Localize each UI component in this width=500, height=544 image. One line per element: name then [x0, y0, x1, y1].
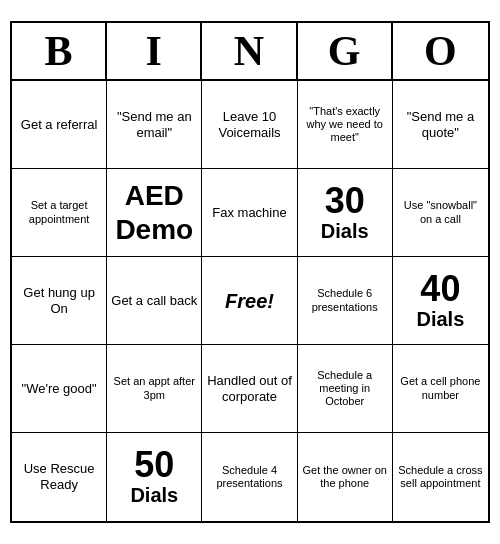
- bingo-cell-13: Schedule 6 presentations: [298, 257, 393, 345]
- bingo-cell-21: 50Dials: [107, 433, 202, 521]
- bingo-cell-2: Leave 10 Voicemails: [202, 81, 297, 169]
- bingo-cell-3: "That's exactly why we need to meet": [298, 81, 393, 169]
- bingo-grid: Get a referral"Send me an email"Leave 10…: [12, 81, 488, 521]
- bingo-cell-11: Get a call back: [107, 257, 202, 345]
- bingo-cell-22: Schedule 4 presentations: [202, 433, 297, 521]
- bingo-cell-5: Set a target appointment: [12, 169, 107, 257]
- bingo-letter-i: I: [107, 23, 202, 79]
- bingo-cell-12: Free!: [202, 257, 297, 345]
- bingo-cell-9: Use "snowball" on a call: [393, 169, 488, 257]
- bingo-letter-n: N: [202, 23, 297, 79]
- bingo-cell-8: 30Dials: [298, 169, 393, 257]
- bingo-cell-16: Set an appt after 3pm: [107, 345, 202, 433]
- bingo-header: BINGO: [12, 23, 488, 81]
- bingo-cell-17: Handled out of corporate: [202, 345, 297, 433]
- bingo-letter-b: B: [12, 23, 107, 79]
- bingo-letter-g: G: [298, 23, 393, 79]
- bingo-cell-10: Get hung up On: [12, 257, 107, 345]
- bingo-cell-20: Use Rescue Ready: [12, 433, 107, 521]
- bingo-cell-19: Get a cell phone number: [393, 345, 488, 433]
- bingo-cell-15: "We're good": [12, 345, 107, 433]
- bingo-cell-14: 40Dials: [393, 257, 488, 345]
- bingo-cell-0: Get a referral: [12, 81, 107, 169]
- bingo-cell-24: Schedule a cross sell appointment: [393, 433, 488, 521]
- bingo-cell-4: "Send me a quote": [393, 81, 488, 169]
- bingo-cell-23: Get the owner on the phone: [298, 433, 393, 521]
- bingo-card: BINGO Get a referral"Send me an email"Le…: [10, 21, 490, 523]
- bingo-cell-1: "Send me an email": [107, 81, 202, 169]
- bingo-letter-o: O: [393, 23, 488, 79]
- bingo-cell-18: Schedule a meeting in October: [298, 345, 393, 433]
- bingo-cell-7: Fax machine: [202, 169, 297, 257]
- bingo-cell-6: AED Demo: [107, 169, 202, 257]
